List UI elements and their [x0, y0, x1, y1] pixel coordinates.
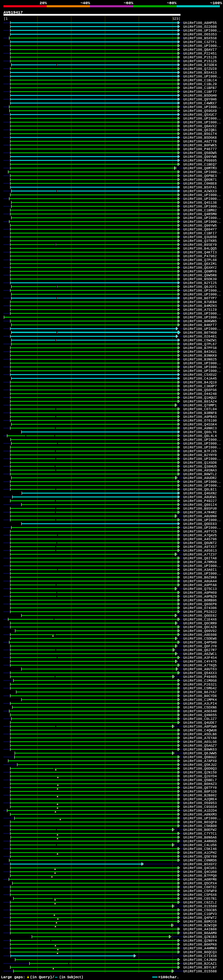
svg-text:=100char.: =100char.	[158, 975, 179, 979]
svg-text:|1: |1	[3, 17, 8, 21]
svg-text:AV619417: AV619417	[3, 10, 23, 14]
svg-text:20%: 20%	[40, 1, 47, 5]
svg-text:~40%: ~40%	[80, 1, 90, 5]
svg-text:(in Subject): (in Subject)	[59, 975, 83, 979]
svg-text:UniRef100_O15588: UniRef100_O15588	[183, 969, 217, 974]
svg-text:(in Query)/: (in Query)/	[30, 975, 55, 979]
svg-text:~100%: ~100%	[210, 1, 222, 5]
svg-text:Large gaps:: Large gaps:	[1, 975, 25, 979]
svg-text:~60%: ~60%	[124, 1, 133, 5]
svg-text:~80%: ~80%	[167, 1, 176, 5]
svg-text:523|: 523|	[172, 17, 180, 21]
